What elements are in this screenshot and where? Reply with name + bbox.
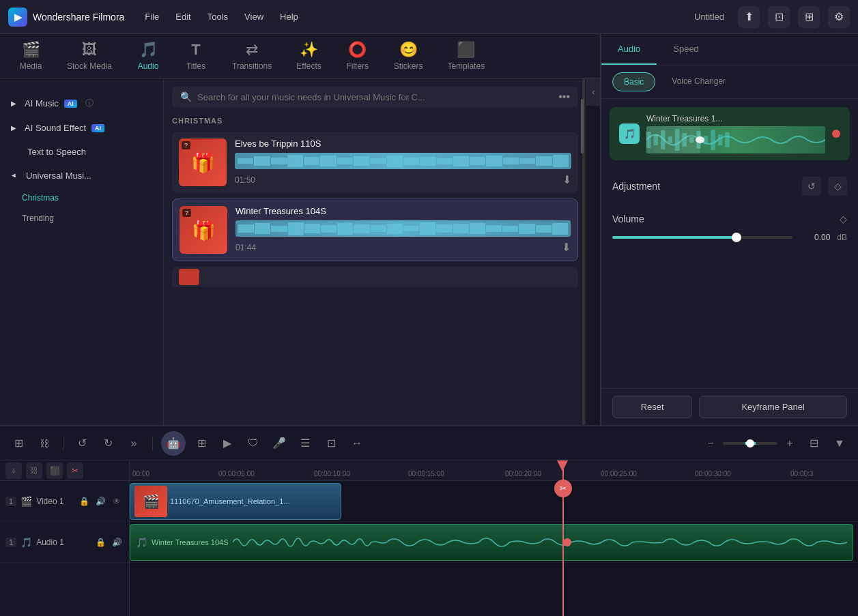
- music-waveform-2: [235, 220, 571, 237]
- nav-stock[interactable]: 🖼 Stock Media: [55, 34, 124, 78]
- sub-tab-basic[interactable]: Basic: [612, 72, 655, 91]
- sidebar-item-ai-music[interactable]: ▶ AI Music AI ⓘ: [0, 91, 163, 116]
- scrollbar-thumb[interactable]: [581, 99, 584, 153]
- audio-icon: 🎵: [139, 41, 158, 59]
- share-icon[interactable]: ⬆: [738, 6, 760, 28]
- music-card-2[interactable]: 🎁 ? Winter Treasures 104S: [172, 199, 578, 261]
- timeline-tool-more[interactable]: »: [124, 433, 144, 454]
- search-icon: 🔍: [180, 91, 192, 102]
- timeline-tool-shield[interactable]: 🛡: [243, 433, 263, 454]
- timeline-tracks: 00:00 00:00:05:00 00:00:10:00 00:00:15:0…: [130, 460, 858, 616]
- timeline-tool-stretch[interactable]: ↔: [347, 433, 367, 454]
- adjustment-title: Adjustment: [612, 181, 660, 192]
- track-action-icon[interactable]: ⬛: [46, 463, 63, 479]
- video-track-lock-icon[interactable]: 🔒: [77, 495, 91, 508]
- nav-effects[interactable]: ✨ Effects: [284, 34, 333, 78]
- list-view-button[interactable]: ▼: [829, 433, 850, 454]
- nav-audio[interactable]: 🎵 Audio: [124, 34, 172, 78]
- tab-audio[interactable]: Audio: [601, 34, 657, 65]
- download-icon-1[interactable]: ⬇: [562, 173, 571, 186]
- audio-track-mute-icon[interactable]: 🔊: [110, 536, 124, 549]
- audio-track-lock-icon[interactable]: 🔒: [94, 536, 107, 549]
- templates-icon: ⬛: [457, 41, 475, 59]
- nav-media-label: Media: [20, 61, 42, 71]
- volume-unit: dB: [837, 233, 847, 242]
- volume-diamond-icon[interactable]: ◇: [840, 214, 847, 224]
- topbar-actions: ⬆ ⊡ ⊞ ⚙: [738, 6, 850, 28]
- sidebar-item-universal[interactable]: ▼ Universal Musi...: [0, 164, 163, 188]
- link-track-icon[interactable]: ⛓: [26, 463, 42, 479]
- video-track-eye-icon[interactable]: 👁: [110, 495, 124, 508]
- menu-view[interactable]: View: [244, 12, 263, 22]
- audio-clip[interactable]: 🎵 Winter Treasures 104S: [130, 524, 853, 561]
- timeline-tool-mic[interactable]: 🎤: [269, 433, 289, 454]
- playhead[interactable]: ✂: [562, 460, 564, 616]
- volume-slider[interactable]: [612, 236, 792, 239]
- timeline-tool-redo[interactable]: ↻: [98, 433, 118, 454]
- timeline-tool-play[interactable]: ▶: [217, 433, 238, 454]
- menu-edit[interactable]: Edit: [175, 12, 190, 22]
- settings-icon[interactable]: ⚙: [828, 6, 850, 28]
- svg-rect-9: [711, 130, 715, 150]
- timeline-tool-pip[interactable]: ⊞: [191, 433, 212, 454]
- more-options-icon[interactable]: •••: [558, 91, 570, 103]
- zoom-in-icon[interactable]: +: [782, 435, 798, 452]
- nav-templates[interactable]: ⬛ Templates: [435, 34, 497, 78]
- project-title: Untitled: [694, 12, 724, 22]
- nav-stickers[interactable]: 😊 Stickers: [382, 34, 435, 78]
- export-icon[interactable]: ⊡: [768, 6, 790, 28]
- audio-clip-icon: 🎵: [136, 537, 147, 548]
- keyframe-panel-button[interactable]: Keyframe Panel: [699, 396, 847, 418]
- zoom-slider[interactable]: [723, 442, 777, 445]
- add-track-icon[interactable]: +: [5, 463, 22, 479]
- adjustment-controls: ↺ ◇: [802, 177, 847, 196]
- sub-tab-voice-changer[interactable]: Voice Changer: [661, 72, 737, 91]
- nav-titles[interactable]: T Titles: [172, 34, 220, 78]
- nav-transitions[interactable]: ⇄ Transitions: [220, 34, 284, 78]
- grid-view-button[interactable]: ⊟: [803, 433, 824, 454]
- timeline-tool-ai[interactable]: 🤖: [161, 431, 186, 456]
- audio-track-icon: 🎵: [20, 537, 32, 548]
- sidebar-sub-christmas[interactable]: Christmas: [0, 188, 163, 208]
- nav-media[interactable]: 🎬 Media: [7, 34, 55, 78]
- tab-speed[interactable]: Speed: [657, 34, 715, 65]
- stickers-icon: 😊: [399, 41, 418, 59]
- timeline-tool-tts[interactable]: ☰: [295, 433, 315, 454]
- audio-preview-indicator[interactable]: [832, 130, 840, 138]
- action-buttons: Reset Keyframe Panel: [601, 388, 858, 425]
- ruler-mark-30: 00:00:30:00: [695, 470, 731, 478]
- menu-file[interactable]: File: [145, 12, 159, 22]
- tool-nav: 🎬 Media 🖼 Stock Media 🎵 Audio T Titles ⇄…: [0, 34, 600, 78]
- menu-tools[interactable]: Tools: [208, 12, 228, 22]
- split-icon[interactable]: ✂: [67, 463, 83, 479]
- menu-help[interactable]: Help: [280, 12, 298, 22]
- timeline-tool-link[interactable]: ⛓: [34, 433, 55, 454]
- sidebar-sub-trending[interactable]: Trending: [0, 208, 163, 229]
- adjustment-reset-icon[interactable]: ↺: [802, 177, 821, 196]
- music-title-2: Winter Treasures 104S: [235, 206, 571, 216]
- video-track-label: 1 🎬 Video 1 🔒 🔊 👁: [0, 481, 129, 522]
- music-meta-1: 01:50 ⬇: [235, 173, 571, 186]
- sidebar-section-ai: ▶ AI Music AI ⓘ ▶ AI Sound Effect AI Tex…: [0, 87, 163, 233]
- sidebar-item-ai-sound[interactable]: ▶ AI Sound Effect AI: [0, 116, 163, 140]
- music-card-1[interactable]: 🎁 ? Elves be Trippin 110S: [172, 132, 578, 193]
- download-icon-2[interactable]: ⬇: [562, 241, 571, 254]
- sidebar-item-tts[interactable]: Text to Speech: [0, 140, 163, 164]
- playhead-scissors-icon[interactable]: ✂: [554, 480, 572, 497]
- fullscreen-icon[interactable]: ⊞: [798, 6, 820, 28]
- nav-filters[interactable]: ⭕ Filters: [334, 34, 382, 78]
- reset-button[interactable]: Reset: [612, 396, 692, 418]
- video-clip[interactable]: 🎬 1110670_Amusement_Relation_1...: [130, 483, 341, 520]
- timeline-tool-layout[interactable]: ⊞: [8, 433, 29, 454]
- timeline-tool-export[interactable]: ⊡: [321, 433, 341, 454]
- audio-preview: 🎵 Winter Treasures 1...: [610, 107, 850, 160]
- zoom-out-icon[interactable]: −: [702, 435, 719, 452]
- video-clip-thumb: 🎬: [134, 486, 167, 517]
- search-input[interactable]: [197, 92, 553, 102]
- adjustment-diamond-icon[interactable]: ◇: [828, 177, 847, 196]
- video-track-mute-icon[interactable]: 🔊: [94, 495, 107, 508]
- timeline-tool-undo[interactable]: ↺: [72, 433, 92, 454]
- music-card-3-partial[interactable]: [172, 267, 578, 287]
- sidebar-collapse-button[interactable]: ‹: [586, 78, 600, 106]
- video-clip-title: 1110670_Amusement_Relation_1...: [170, 497, 290, 505]
